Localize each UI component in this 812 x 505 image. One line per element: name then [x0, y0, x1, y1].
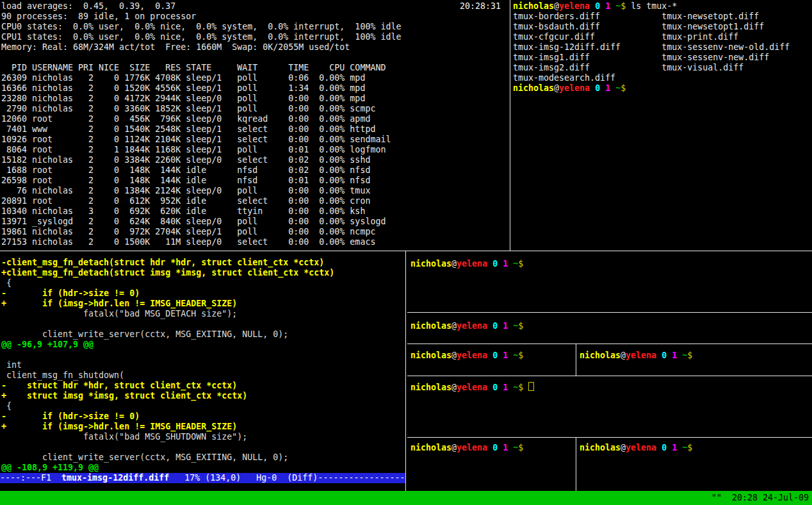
- diff-line-context: [1, 350, 405, 360]
- prompt-segment: [498, 443, 503, 452]
- top-header-line: CPU0 states: 0.0% user, 0.0% nice, 0.0% …: [1, 22, 508, 32]
- process-row: 26309 nicholas 2 0 1776K 4708K sleep/1 p…: [1, 73, 508, 83]
- prompt-segment: ~: [682, 443, 687, 452]
- prompt-segment: nicholas: [580, 351, 621, 360]
- prompt-segment: 0: [595, 1, 600, 11]
- diff-line-hunk: @@ -108,9 +119,9 @@: [1, 463, 405, 473]
- prompt-segment: ~: [682, 351, 687, 360]
- prompt-segment: @: [451, 443, 457, 452]
- prompt-segment: ~: [513, 321, 518, 331]
- prompt-segment: yelena: [559, 83, 590, 93]
- prompt-segment: @: [451, 383, 457, 392]
- prompt-segment: 1: [503, 351, 508, 360]
- process-row: 15182 nicholas 2 0 3384K 2260K sleep/0 s…: [1, 155, 508, 165]
- ls-file-line: tmux-bsdauth.diff tmux-newsetopt1.diff: [513, 22, 811, 32]
- prompt-segment: 0: [492, 443, 498, 452]
- prompt-segment: 1: [605, 83, 610, 93]
- pane-shell-5-active[interactable]: nicholas@yelena 0 1 ~$: [410, 382, 811, 436]
- ls-file-line: tmux-modesearch.diff: [513, 73, 811, 83]
- prompt-segment: $: [518, 443, 523, 452]
- pane-shell-1[interactable]: nicholas@yelena 0 1 ~$: [410, 259, 811, 310]
- prompt-segment: [667, 443, 672, 452]
- prompt-segment: nicholas: [580, 443, 621, 452]
- diff-line-added: + if (imsg->hdr.len != IMSG_HEADER_SIZE): [1, 422, 405, 432]
- diff-line-added: + if (imsg->hdr.len != IMSG_HEADER_SIZE): [1, 299, 405, 309]
- prompt-segment: nicholas: [410, 321, 451, 331]
- prompt-segment: ~: [513, 351, 518, 360]
- prompt-segment: $: [621, 83, 626, 93]
- shell-prompt-line: nicholas@yelena 0 1 ~$: [410, 443, 574, 453]
- process-row: 26598 root 2 0 148K 144K idle nfsd 0:01 …: [1, 176, 508, 186]
- prompt-segment: @: [554, 1, 559, 11]
- pane-shell-4[interactable]: nicholas@yelena 0 1 ~$: [580, 351, 810, 374]
- prompt-segment: nicholas: [410, 351, 451, 360]
- process-row: 13971 _syslogd 2 0 624K 840K sleep/0 pol…: [1, 217, 508, 227]
- prompt-segment: [677, 443, 682, 452]
- diff-line-context: [1, 319, 405, 329]
- emacs-modeline: ----:---F1 tmux-imsg-12diff.diff 17% (13…: [0, 473, 405, 483]
- process-row: 10926 root 2 0 1124K 2104K sleep/1 selec…: [1, 135, 508, 145]
- pane-shell-7[interactable]: nicholas@yelena 0 1 ~$: [580, 443, 810, 489]
- prompt-segment: $: [518, 351, 523, 360]
- prompt-segment: 1: [503, 259, 508, 269]
- prompt-segment: 1: [503, 321, 508, 331]
- prompt-segment: [487, 351, 492, 360]
- prompt-segment: @: [621, 351, 626, 360]
- ls-file-line: tmux-cfgcur.diff tmux-print.diff: [513, 32, 811, 42]
- diff-line-context: fatalx("bad MSG_DETACH size");: [1, 309, 405, 319]
- modeline-info: 17% (134,0) Hg-0 (Diff): [169, 473, 318, 483]
- pane-top-processes[interactable]: 20:28:31 load averages: 0.45, 0.39, 0.37…: [1, 1, 508, 250]
- pane-border-right-3: [407, 376, 812, 376]
- prompt-segment: 0: [492, 383, 498, 392]
- diff-buffer: -client_msg_fn_detach(struct hdr *hdr, s…: [1, 258, 405, 473]
- prompt-segment: @: [451, 321, 457, 331]
- shell-prompt-line: nicholas@yelena 0 1 ~$: [410, 321, 811, 331]
- diff-line-removed: - struct hdr *hdr, struct client_ctx *cc…: [1, 381, 405, 391]
- blank-line: [1, 53, 508, 63]
- diff-line-added: +client_msg_fn_detach(struct imsg *imsg,…: [1, 268, 405, 278]
- process-table: PID USERNAME PRI NICE SIZE RES STATE WAI…: [1, 63, 508, 247]
- prompt-segment: @: [554, 83, 559, 93]
- pane-border-right-4: [407, 437, 812, 438]
- prompt-segment: [487, 259, 492, 269]
- prompt-segment: [656, 351, 662, 360]
- shell-command: ls tmux-*: [626, 1, 677, 11]
- shell-prompt-line: nicholas@yelena 0 1 ~$: [410, 382, 811, 392]
- prompt-segment: @: [451, 259, 457, 269]
- top-header-line: CPU1 states: 0.0% user, 0.0% nice, 0.0% …: [1, 32, 508, 42]
- prompt-segment: yelena: [626, 351, 656, 360]
- pane-emacs-diff[interactable]: -client_msg_fn_detach(struct hdr *hdr, s…: [1, 258, 405, 483]
- prompt-segment: yelena: [457, 383, 487, 392]
- pane-border-right-2: [407, 344, 812, 344]
- tmux-status-bar: [0] 0:irssi# 1:todo 2:ncmpc- 3:mutt 4:ss…: [0, 491, 812, 505]
- pane-shell-6[interactable]: nicholas@yelena 0 1 ~$: [410, 443, 574, 489]
- modeline-filename: tmux-imsg-12diff.diff: [61, 473, 169, 483]
- top-clock: 20:28:31: [460, 1, 501, 12]
- pane-shell-2[interactable]: nicholas@yelena 0 1 ~$: [410, 321, 811, 342]
- prompt-segment: 0: [595, 83, 600, 93]
- pane-shell-ls[interactable]: nicholas@yelena 0 1 ~$ ls tmux-* tmux-bo…: [513, 1, 811, 250]
- diff-line-context: client_write_server(cctx, MSG_EXITING, N…: [1, 452, 405, 463]
- diff-line-context: client_msg_fn_shutdown(: [1, 370, 405, 381]
- prompt-segment: [487, 321, 492, 331]
- diff-line-context: int: [1, 360, 405, 370]
- shell-prompt-line: nicholas@yelena 0 1 ~$: [513, 83, 811, 94]
- shell-prompt-line: nicholas@yelena 0 1 ~$ ls tmux-*: [513, 1, 811, 12]
- prompt-segment: ~: [513, 259, 518, 269]
- top-header-line: 90 processes: 89 idle, 1 on processor: [1, 12, 508, 22]
- prompt-segment: @: [621, 443, 626, 452]
- diff-line-added: + struct imsg *imsg, struct client_ctx *…: [1, 391, 405, 401]
- prompt-segment: yelena: [457, 259, 487, 269]
- prompt-segment: ~: [513, 443, 518, 452]
- pane-border-bottom-vertical: [405, 251, 406, 491]
- pane-shell-3[interactable]: nicholas@yelena 0 1 ~$: [410, 351, 574, 374]
- pane-border-right-1: [407, 312, 812, 313]
- prompt-segment: [508, 321, 513, 331]
- process-row: 27153 nicholas 2 0 1500K 11M sleep/0 sel…: [1, 237, 508, 247]
- prompt-segment: [656, 443, 662, 452]
- modeline-fill: ------------------------------: [318, 473, 405, 483]
- prompt-segment: nicholas: [513, 83, 554, 93]
- diff-line-hunk: @@ -96,9 +107,9 @@: [1, 340, 405, 350]
- prompt-segment: 1: [503, 383, 508, 392]
- status-right-clock: "" 20:28 24-Jul-09: [711, 491, 809, 505]
